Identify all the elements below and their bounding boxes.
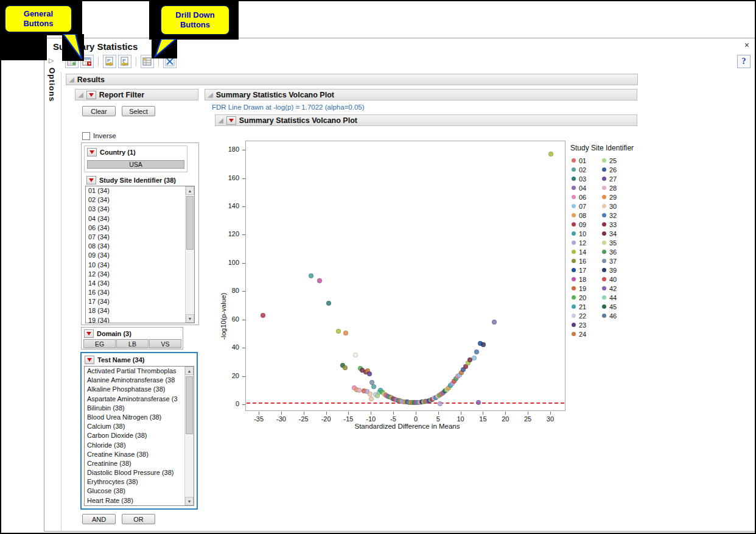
list-item[interactable]: Blood Urea Nitrogen (38) [85, 413, 184, 422]
scroll-down-icon[interactable]: ▼ [186, 314, 194, 323]
list-item[interactable]: Glucose (38) [85, 487, 184, 496]
scroll-thumb[interactable] [186, 196, 194, 250]
list-item[interactable]: Heart Rate (38) [85, 496, 184, 505]
list-item[interactable]: 12 (34) [86, 270, 185, 279]
disclosure-icon[interactable]: ◢ [208, 92, 213, 98]
legend-item[interactable]: 42 [602, 284, 617, 293]
legend-item[interactable]: 28 [602, 183, 617, 192]
scatter-point[interactable] [476, 400, 481, 405]
red-triangle-menu-icon[interactable] [85, 356, 94, 364]
legend-item[interactable]: 27 [602, 174, 617, 183]
legend-item[interactable]: 18 [572, 275, 586, 284]
red-triangle-menu-icon[interactable] [86, 176, 96, 184]
legend-item[interactable]: 17 [572, 265, 586, 275]
legend-item[interactable]: 26 [602, 165, 617, 174]
options-panel-label[interactable]: Options [47, 68, 57, 102]
legend-item[interactable]: 29 [602, 192, 617, 202]
disclosure-icon[interactable]: ◢ [219, 118, 223, 124]
scatter-point[interactable] [474, 350, 479, 354]
or-button[interactable]: OR [122, 514, 155, 524]
legend-item[interactable]: 21 [572, 302, 586, 311]
list-item[interactable]: Alanine Aminotransferase (38 [85, 376, 184, 385]
legend-item[interactable]: 16 [572, 256, 586, 265]
domain-button-lb[interactable]: LB [116, 339, 149, 348]
scatter-point[interactable] [548, 152, 553, 156]
legend-item[interactable]: 45 [602, 302, 617, 311]
plot-area[interactable] [245, 141, 565, 411]
inverse-checkbox[interactable] [82, 132, 90, 140]
red-triangle-menu-icon[interactable] [84, 329, 94, 338]
list-item[interactable]: Calcium (38) [85, 422, 184, 431]
list-item[interactable]: Diastolic Blood Pressure (38) [85, 468, 184, 477]
red-triangle-menu-icon[interactable] [86, 91, 96, 99]
legend-item[interactable]: 22 [572, 311, 586, 320]
list-item[interactable]: 14 (34) [86, 279, 185, 288]
legend-item[interactable]: 12 [572, 238, 586, 247]
scatter-point[interactable] [353, 353, 358, 357]
scroll-up-icon[interactable]: ▲ [186, 186, 194, 195]
legend-item[interactable]: 46 [602, 311, 617, 320]
help-button[interactable]: ? [737, 55, 751, 68]
select-button[interactable]: Select [122, 106, 155, 116]
list-item[interactable]: Carbon Dioxide (38) [85, 431, 184, 440]
site-list-scrollbar[interactable]: ▲ ▼ [185, 186, 194, 323]
list-item[interactable]: Chloride (38) [85, 441, 184, 450]
disclosure-icon[interactable]: ◢ [69, 77, 74, 83]
list-item[interactable]: Bilirubin (38) [85, 404, 184, 413]
list-item[interactable]: Creatinine (38) [85, 459, 184, 468]
scatter-point[interactable] [367, 371, 372, 376]
legend-item[interactable]: 25 [602, 156, 617, 165]
next-report-button[interactable]: P [118, 55, 131, 68]
list-item[interactable]: 07 (34) [86, 233, 185, 242]
legend-item[interactable]: 34 [602, 229, 617, 238]
legend-item[interactable]: 32 [602, 211, 617, 220]
and-button[interactable]: AND [82, 514, 116, 524]
legend-item[interactable]: 30 [602, 202, 617, 211]
legend-item[interactable]: 07 [572, 202, 586, 211]
red-triangle-menu-icon[interactable] [226, 116, 236, 125]
list-item[interactable]: 16 (34) [86, 288, 185, 297]
list-item[interactable]: 17 (34) [86, 297, 185, 306]
legend-item[interactable]: 04 [572, 183, 586, 192]
scatter-point[interactable] [343, 331, 348, 336]
scatter-point[interactable] [472, 356, 477, 360]
list-item[interactable]: 04 (34) [86, 214, 185, 223]
volcano-section-header[interactable]: ◢ Summary Statistics Volcano Plot [205, 89, 637, 100]
legend-item[interactable]: 01 [572, 156, 586, 165]
domain-button-vs[interactable]: VS [149, 339, 181, 348]
legend-item[interactable]: 23 [572, 320, 586, 329]
test-name-list-scrollbar[interactable]: ▲ ▼ [184, 367, 194, 505]
list-item[interactable]: Erythrocytes (38) [85, 477, 184, 487]
list-item[interactable]: Aspartate Aminotransferase (3 [85, 395, 184, 404]
list-item[interactable]: 03 (34) [86, 205, 185, 214]
list-item[interactable]: 02 (34) [86, 195, 185, 205]
domain-button-eg[interactable]: EG [83, 339, 116, 348]
scatter-point[interactable] [467, 357, 472, 362]
list-item[interactable]: 10 (34) [86, 261, 185, 270]
legend-item[interactable]: 08 [572, 211, 586, 220]
country-usa-button[interactable]: USA [87, 160, 184, 169]
list-item[interactable]: Alkaline Phosphatase (38) [85, 385, 184, 394]
list-item[interactable]: Activated Partial Thromboplas [85, 367, 184, 376]
scatter-point[interactable] [336, 329, 341, 334]
legend-item[interactable]: 40 [602, 275, 617, 284]
legend-item[interactable]: 09 [572, 220, 586, 229]
legend-item[interactable]: 02 [572, 165, 586, 174]
report-filter-header[interactable]: ◢ Report Filter [75, 89, 198, 100]
legend-item[interactable]: 36 [602, 247, 617, 256]
scatter-point[interactable] [481, 342, 486, 347]
expand-panel-icon[interactable]: ▷ [49, 57, 54, 65]
scatter-point[interactable] [438, 401, 443, 406]
disclosure-icon[interactable]: ◢ [79, 92, 83, 98]
list-item[interactable]: 08 (34) [86, 242, 185, 251]
legend-item[interactable]: 10 [572, 229, 586, 238]
legend-item[interactable]: 24 [572, 329, 586, 339]
legend-item[interactable]: 37 [602, 256, 617, 265]
scatter-point[interactable] [371, 384, 376, 389]
scroll-down-icon[interactable]: ▼ [185, 497, 194, 505]
scatter-point[interactable] [369, 396, 374, 401]
legend-item[interactable]: 06 [572, 192, 586, 202]
results-header[interactable]: ◢ Results [66, 74, 638, 85]
scatter-point[interactable] [492, 320, 497, 325]
list-item[interactable]: 19 (34) [86, 316, 185, 323]
